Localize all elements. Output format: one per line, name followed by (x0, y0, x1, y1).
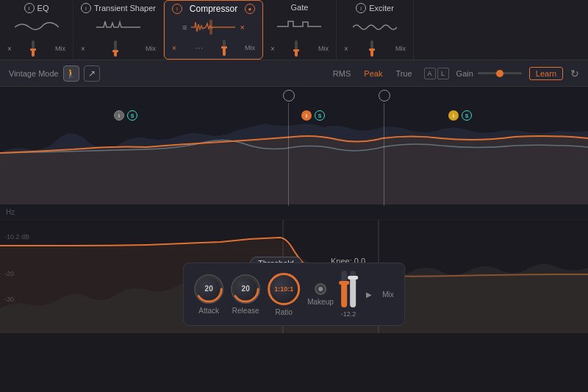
eq-mix-label: Mix (55, 45, 65, 52)
band1-info-btn[interactable]: i (114, 110, 124, 121)
compressor-info-icon: ! (172, 4, 182, 14)
band-3-info: i S (448, 110, 472, 121)
right-fader-fill (350, 277, 356, 308)
release-knob[interactable]: 20 (231, 274, 260, 304)
fader-section: -12.2 (341, 271, 356, 318)
release-arc (231, 274, 260, 304)
release-group: 20 Release (231, 274, 260, 315)
makeup-dot-inner (318, 287, 323, 291)
left-fader-handle (339, 281, 349, 285)
plugin-bar: i EQ × Mix i Transient Shaper × Mix (0, 0, 588, 60)
makeup-label: Makeup (307, 298, 334, 306)
peak-button[interactable]: Peak (359, 68, 387, 79)
attack-label: Attack (198, 307, 219, 315)
eq-info-icon: i (24, 3, 35, 13)
compressor-active-icon: ● (245, 4, 255, 14)
exciter-close[interactable]: × (344, 45, 348, 53)
plugin-slot-transient[interactable]: i Transient Shaper × Mix (74, 0, 164, 60)
band2-s-btn[interactable]: S (315, 110, 325, 121)
threshold-handle-2[interactable] (379, 90, 390, 101)
threshold-line-2 (384, 103, 384, 206)
transient-close[interactable]: × (81, 45, 85, 53)
a-button[interactable]: A (424, 68, 436, 79)
attack-arc (194, 274, 223, 304)
eq-close[interactable]: × (7, 45, 12, 53)
compressor-mix-label: Mix (245, 44, 255, 51)
spectrum-area: i S i S i S Hz (0, 87, 588, 219)
compressor-x[interactable]: × (172, 44, 176, 52)
compressor-close[interactable]: × (240, 23, 244, 32)
eq-plugin-name: EQ (37, 4, 49, 13)
fader-db-label: -12.2 (341, 310, 356, 318)
attack-group: 20 Attack (194, 274, 223, 315)
ratio-knob[interactable]: 1:10:1 (268, 273, 300, 305)
left-fader[interactable] (341, 271, 347, 307)
gain-slider-thumb (496, 70, 503, 77)
band2-info-btn[interactable]: i (301, 110, 312, 121)
hz-label: Hz (6, 208, 15, 216)
right-fader[interactable] (350, 271, 356, 307)
gain-group: Gain (456, 69, 522, 78)
mode-icon-figure[interactable]: 🚶 (63, 65, 79, 82)
exciter-info-icon: i (356, 3, 366, 13)
band3-s-btn[interactable]: S (462, 110, 472, 121)
exciter-mix-label: Mix (395, 45, 406, 52)
play-button[interactable]: ▶ (363, 288, 375, 300)
detection-group: RMS Peak True (329, 68, 417, 79)
transient-info-icon: i (81, 3, 91, 13)
band3-info-btn[interactable]: i (448, 110, 459, 121)
plugin-slot-compressor[interactable]: ! Compressor ● ≡ × × ··· Mix (164, 0, 263, 60)
vintage-label: Vintage Mode (9, 69, 59, 78)
exciter-plugin-name: Exciter (369, 4, 394, 13)
gain-slider[interactable] (478, 72, 522, 74)
main-area: i S i S i S Hz (0, 87, 588, 392)
transient-mix-label: Mix (146, 45, 156, 52)
threshold-line-1 (288, 103, 289, 206)
compressor-area: -10.2 dB -20 -30 Threshold Knee: 0.0 20 … (0, 219, 588, 333)
play-icon: ▶ (366, 291, 372, 299)
learn-button[interactable]: Learn (529, 67, 563, 80)
threshold-handle-1[interactable] (283, 90, 295, 101)
bottom-controls: 20 Attack 20 Release 1:10:1 (183, 263, 405, 326)
transient-waveform (96, 18, 140, 36)
left-fader-container (341, 271, 347, 307)
rms-button[interactable]: RMS (329, 68, 355, 79)
refresh-button[interactable]: ↻ (570, 68, 579, 79)
mix-label-bottom: Mix (382, 291, 394, 299)
band1-s-btn[interactable]: S (127, 110, 137, 121)
plugin-slot-exciter[interactable]: i Exciter × Mix (337, 0, 414, 60)
ratio-label: Ratio (275, 308, 292, 316)
band-2-info: i S (301, 110, 325, 121)
svg-rect-0 (209, 20, 212, 35)
eq-waveform (15, 18, 59, 36)
transient-plugin-name: Transient Shaper (94, 4, 156, 13)
exciter-waveform (353, 18, 397, 36)
ratio-group: 1:10:1 Ratio (268, 273, 300, 316)
db-minus20-label: -20 (4, 270, 14, 277)
spectrum-svg (0, 87, 588, 219)
makeup-knob[interactable] (315, 283, 326, 295)
band-1-info: i S (114, 110, 137, 121)
db-minus30-label: -30 (4, 296, 14, 303)
gate-close[interactable]: × (270, 45, 275, 53)
plugin-slot-gate[interactable]: Gate × Mix (263, 0, 337, 60)
true-button[interactable]: True (391, 68, 416, 79)
compressor-dots[interactable]: ··· (196, 44, 204, 52)
compressor-menu-icon[interactable]: ≡ (182, 23, 187, 32)
right-fader-handle (348, 276, 358, 279)
plugin-slot-eq[interactable]: i EQ × Mix (0, 0, 74, 60)
ratio-value: 1:10:1 (274, 285, 293, 293)
gate-waveform (277, 18, 321, 35)
attack-knob[interactable]: 20 (194, 274, 223, 304)
compressor-plugin-name: Compressor (190, 4, 237, 14)
mode-icon-curve[interactable]: ↗ (84, 65, 100, 82)
l-button[interactable]: L (437, 68, 449, 79)
handle-circle-2 (379, 90, 390, 101)
gain-label: Gain (456, 69, 473, 78)
auto-group: A L (424, 68, 449, 79)
right-fader-container (350, 271, 356, 307)
release-label: Release (232, 307, 259, 315)
gate-plugin-name: Gate (291, 3, 309, 12)
makeup-group: Makeup (307, 283, 334, 306)
handle-circle-1 (283, 90, 295, 101)
